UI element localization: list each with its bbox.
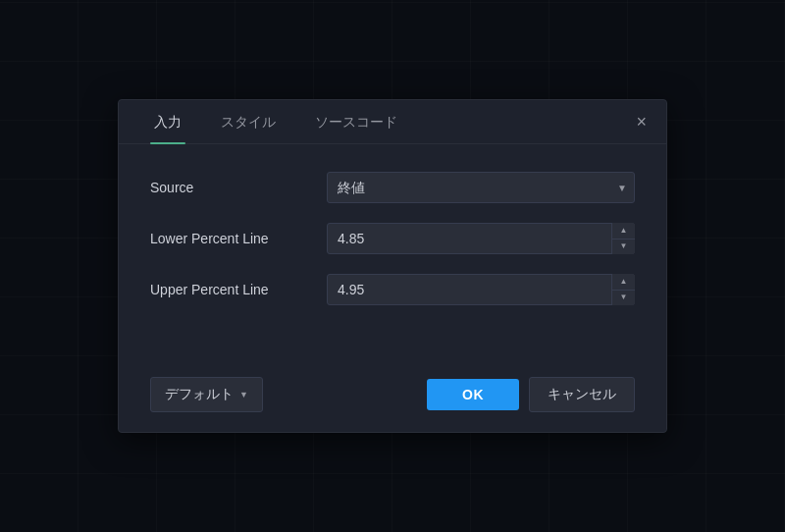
tab-bar: 入力 スタイル ソースコード × — [119, 100, 666, 144]
lower-percent-input[interactable] — [327, 223, 635, 254]
ok-button[interactable]: OK — [427, 379, 519, 410]
lower-percent-up-button[interactable]: ▲ — [612, 223, 635, 239]
upper-percent-spinners: ▲ ▼ — [611, 274, 635, 305]
upper-percent-wrapper: ▲ ▼ — [327, 274, 635, 305]
lower-percent-spinners: ▲ ▼ — [611, 223, 635, 254]
tab-input[interactable]: 入力 — [134, 100, 201, 143]
lower-percent-row: Lower Percent Line ▲ ▼ — [150, 223, 635, 254]
tab-source[interactable]: ソースコード — [295, 100, 417, 143]
source-row: Source 終値 始値 高値 安値 ▼ — [150, 172, 635, 203]
source-label: Source — [150, 180, 327, 195]
upper-percent-down-button[interactable]: ▼ — [612, 291, 635, 306]
cancel-button[interactable]: キャンセル — [529, 377, 635, 412]
default-button-label: デフォルト — [165, 386, 234, 403]
upper-percent-row: Upper Percent Line ▲ ▼ — [150, 274, 635, 305]
settings-dialog: 入力 スタイル ソースコード × Source 終値 始値 高値 安値 ▼ Lo… — [118, 99, 667, 433]
lower-percent-label: Lower Percent Line — [150, 231, 327, 246]
upper-percent-input[interactable] — [327, 274, 635, 305]
upper-percent-up-button[interactable]: ▲ — [612, 274, 635, 291]
tab-style[interactable]: スタイル — [201, 100, 295, 143]
default-button[interactable]: デフォルト ▼ — [150, 377, 263, 412]
upper-percent-label: Upper Percent Line — [150, 282, 327, 297]
footer: デフォルト ▼ OK キャンセル — [119, 361, 666, 432]
close-button[interactable]: × — [632, 105, 651, 138]
source-select-wrapper: 終値 始値 高値 安値 ▼ — [327, 172, 635, 203]
lower-percent-down-button[interactable]: ▼ — [612, 239, 635, 255]
lower-percent-wrapper: ▲ ▼ — [327, 223, 635, 254]
default-chevron-icon: ▼ — [239, 390, 248, 399]
source-select[interactable]: 終値 始値 高値 安値 — [327, 172, 635, 203]
form-content: Source 終値 始値 高値 安値 ▼ Lower Percent Line … — [119, 144, 666, 361]
